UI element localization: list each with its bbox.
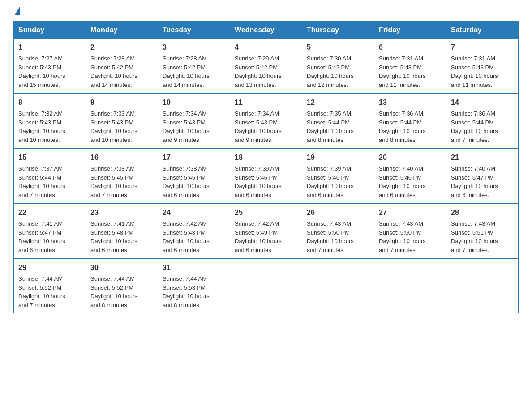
calendar-day-header: Friday: [374, 21, 446, 39]
logo-triangle-icon: [15, 7, 20, 15]
day-number: 24: [163, 207, 225, 218]
calendar-day-cell: 3 Sunrise: 7:28 AMSunset: 5:42 PMDayligh…: [158, 39, 230, 93]
day-info: Sunrise: 7:28 AMSunset: 5:42 PMDaylight:…: [90, 55, 137, 88]
day-info: Sunrise: 7:38 AMSunset: 5:45 PMDaylight:…: [163, 165, 210, 198]
day-info: Sunrise: 7:28 AMSunset: 5:42 PMDaylight:…: [163, 55, 210, 88]
calendar-day-cell: [230, 258, 302, 313]
day-info: Sunrise: 7:36 AMSunset: 5:44 PMDaylight:…: [451, 110, 498, 143]
day-info: Sunrise: 7:33 AMSunset: 5:43 PMDaylight:…: [90, 110, 137, 143]
day-info: Sunrise: 7:44 AMSunset: 5:52 PMDaylight:…: [18, 275, 65, 308]
calendar-day-header: Saturday: [446, 21, 519, 39]
day-number: 11: [235, 97, 297, 108]
day-info: Sunrise: 7:38 AMSunset: 5:45 PMDaylight:…: [90, 165, 137, 198]
day-info: Sunrise: 7:31 AMSunset: 5:43 PMDaylight:…: [379, 55, 426, 88]
day-info: Sunrise: 7:43 AMSunset: 5:50 PMDaylight:…: [379, 220, 426, 253]
calendar-day-cell: 23 Sunrise: 7:41 AMSunset: 5:48 PMDaylig…: [86, 203, 158, 258]
day-number: 25: [235, 207, 297, 218]
calendar-day-cell: 12 Sunrise: 7:35 AMSunset: 5:44 PMDaylig…: [302, 93, 374, 148]
day-info: Sunrise: 7:31 AMSunset: 5:43 PMDaylight:…: [451, 55, 498, 88]
calendar-week-row: 29 Sunrise: 7:44 AMSunset: 5:52 PMDaylig…: [14, 258, 519, 313]
day-info: Sunrise: 7:30 AMSunset: 5:42 PMDaylight:…: [307, 55, 354, 88]
day-info: Sunrise: 7:39 AMSunset: 5:46 PMDaylight:…: [307, 165, 354, 198]
calendar-day-cell: 8 Sunrise: 7:32 AMSunset: 5:43 PMDayligh…: [14, 93, 86, 148]
calendar-week-row: 15 Sunrise: 7:37 AMSunset: 5:44 PMDaylig…: [14, 148, 519, 203]
calendar-day-cell: 22 Sunrise: 7:41 AMSunset: 5:47 PMDaylig…: [14, 203, 86, 258]
calendar-day-cell: 9 Sunrise: 7:33 AMSunset: 5:43 PMDayligh…: [86, 93, 158, 148]
day-number: 5: [307, 42, 369, 53]
calendar-week-row: 22 Sunrise: 7:41 AMSunset: 5:47 PMDaylig…: [14, 203, 519, 258]
day-info: Sunrise: 7:41 AMSunset: 5:48 PMDaylight:…: [90, 220, 137, 253]
calendar-week-row: 1 Sunrise: 7:27 AMSunset: 5:43 PMDayligh…: [14, 39, 519, 93]
calendar-day-cell: [374, 258, 446, 313]
day-info: Sunrise: 7:44 AMSunset: 5:53 PMDaylight:…: [163, 275, 210, 308]
day-info: Sunrise: 7:39 AMSunset: 5:46 PMDaylight:…: [235, 165, 282, 198]
calendar-day-cell: 6 Sunrise: 7:31 AMSunset: 5:43 PMDayligh…: [374, 39, 446, 93]
calendar-day-cell: 5 Sunrise: 7:30 AMSunset: 5:42 PMDayligh…: [302, 39, 374, 93]
calendar-day-header: Tuesday: [158, 21, 230, 39]
day-number: 28: [451, 207, 514, 218]
day-info: Sunrise: 7:42 AMSunset: 5:48 PMDaylight:…: [163, 220, 210, 253]
day-number: 14: [451, 97, 514, 108]
calendar-day-cell: 10 Sunrise: 7:34 AMSunset: 5:43 PMDaylig…: [158, 93, 230, 148]
day-info: Sunrise: 7:34 AMSunset: 5:43 PMDaylight:…: [235, 110, 282, 143]
calendar-day-cell: 17 Sunrise: 7:38 AMSunset: 5:45 PMDaylig…: [158, 148, 230, 203]
day-number: 2: [90, 42, 153, 53]
calendar-day-cell: 20 Sunrise: 7:40 AMSunset: 5:46 PMDaylig…: [374, 148, 446, 203]
day-number: 3: [163, 42, 225, 53]
calendar-week-row: 8 Sunrise: 7:32 AMSunset: 5:43 PMDayligh…: [14, 93, 519, 148]
calendar-day-cell: 30 Sunrise: 7:44 AMSunset: 5:52 PMDaylig…: [86, 258, 158, 313]
day-number: 30: [90, 262, 153, 273]
day-number: 7: [451, 42, 514, 53]
day-number: 9: [90, 97, 153, 108]
day-info: Sunrise: 7:35 AMSunset: 5:44 PMDaylight:…: [307, 110, 354, 143]
calendar-day-cell: 18 Sunrise: 7:39 AMSunset: 5:46 PMDaylig…: [230, 148, 302, 203]
day-number: 1: [18, 42, 81, 53]
day-number: 26: [307, 207, 369, 218]
day-info: Sunrise: 7:37 AMSunset: 5:44 PMDaylight:…: [18, 165, 65, 198]
calendar-day-cell: 7 Sunrise: 7:31 AMSunset: 5:43 PMDayligh…: [446, 39, 519, 93]
day-info: Sunrise: 7:32 AMSunset: 5:43 PMDaylight:…: [18, 110, 65, 143]
day-info: Sunrise: 7:36 AMSunset: 5:44 PMDaylight:…: [379, 110, 426, 143]
calendar-day-header: Monday: [86, 21, 158, 39]
calendar-day-cell: 1 Sunrise: 7:27 AMSunset: 5:43 PMDayligh…: [14, 39, 86, 93]
calendar-day-cell: 11 Sunrise: 7:34 AMSunset: 5:43 PMDaylig…: [230, 93, 302, 148]
day-info: Sunrise: 7:43 AMSunset: 5:50 PMDaylight:…: [307, 220, 354, 253]
calendar-day-cell: 26 Sunrise: 7:43 AMSunset: 5:50 PMDaylig…: [302, 203, 374, 258]
calendar-day-cell: 28 Sunrise: 7:43 AMSunset: 5:51 PMDaylig…: [446, 203, 519, 258]
calendar-day-cell: 16 Sunrise: 7:38 AMSunset: 5:45 PMDaylig…: [86, 148, 158, 203]
day-number: 17: [163, 152, 225, 163]
day-info: Sunrise: 7:27 AMSunset: 5:43 PMDaylight:…: [18, 55, 65, 88]
calendar-day-cell: [446, 258, 519, 313]
day-number: 6: [379, 42, 442, 53]
day-number: 27: [379, 207, 442, 218]
calendar-day-cell: 19 Sunrise: 7:39 AMSunset: 5:46 PMDaylig…: [302, 148, 374, 203]
day-info: Sunrise: 7:29 AMSunset: 5:42 PMDaylight:…: [235, 55, 282, 88]
calendar-day-cell: 21 Sunrise: 7:40 AMSunset: 5:47 PMDaylig…: [446, 148, 519, 203]
day-number: 18: [235, 152, 297, 163]
calendar-header-row: SundayMondayTuesdayWednesdayThursdayFrid…: [14, 21, 519, 39]
day-number: 31: [163, 262, 225, 273]
calendar-day-cell: 31 Sunrise: 7:44 AMSunset: 5:53 PMDaylig…: [158, 258, 230, 313]
logo: [13, 9, 20, 13]
day-number: 10: [163, 97, 225, 108]
day-info: Sunrise: 7:40 AMSunset: 5:47 PMDaylight:…: [451, 165, 498, 198]
day-number: 21: [451, 152, 514, 163]
calendar-day-cell: 29 Sunrise: 7:44 AMSunset: 5:52 PMDaylig…: [14, 258, 86, 313]
day-number: 23: [90, 207, 153, 218]
calendar-day-header: Wednesday: [230, 21, 302, 39]
day-number: 22: [18, 207, 81, 218]
day-info: Sunrise: 7:34 AMSunset: 5:43 PMDaylight:…: [163, 110, 210, 143]
day-number: 12: [307, 97, 369, 108]
page-header: [13, 9, 519, 13]
day-number: 16: [90, 152, 153, 163]
calendar-day-cell: 15 Sunrise: 7:37 AMSunset: 5:44 PMDaylig…: [14, 148, 86, 203]
day-number: 8: [18, 97, 81, 108]
day-number: 15: [18, 152, 81, 163]
calendar-day-cell: 2 Sunrise: 7:28 AMSunset: 5:42 PMDayligh…: [86, 39, 158, 93]
calendar-day-cell: [302, 258, 374, 313]
calendar-day-cell: 4 Sunrise: 7:29 AMSunset: 5:42 PMDayligh…: [230, 39, 302, 93]
calendar-day-header: Sunday: [14, 21, 86, 39]
calendar-day-cell: 13 Sunrise: 7:36 AMSunset: 5:44 PMDaylig…: [374, 93, 446, 148]
day-number: 19: [307, 152, 369, 163]
calendar-day-cell: 25 Sunrise: 7:42 AMSunset: 5:49 PMDaylig…: [230, 203, 302, 258]
